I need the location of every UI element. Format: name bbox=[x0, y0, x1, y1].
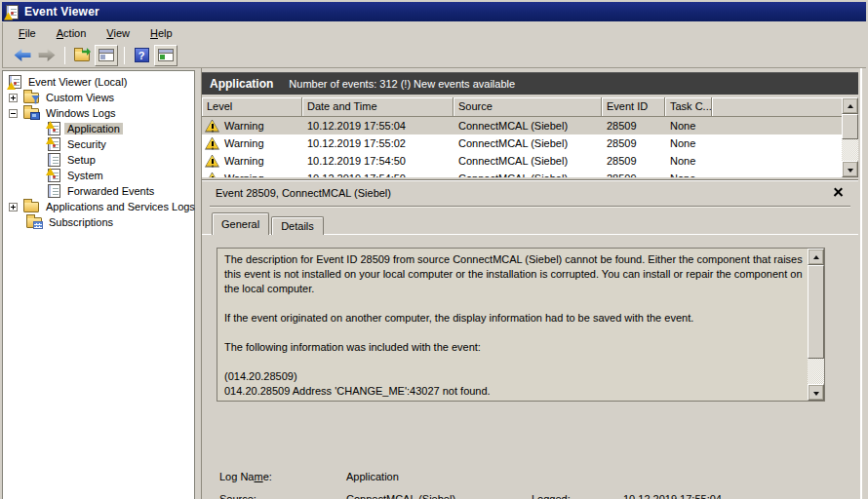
tab-general[interactable]: General bbox=[212, 212, 269, 235]
console-tree-toggle-button[interactable] bbox=[95, 45, 118, 66]
back-arrow-icon bbox=[15, 49, 31, 61]
scroll-up-button[interactable] bbox=[842, 97, 858, 114]
events-pane-header: Application Number of events: 312 (!) Ne… bbox=[202, 72, 858, 95]
event-description-text: The description for Event ID 28509 from … bbox=[218, 250, 805, 399]
menu-action[interactable]: Action bbox=[49, 25, 95, 41]
help-button[interactable] bbox=[130, 45, 153, 66]
system-log-icon bbox=[48, 169, 60, 182]
tree-item-subscriptions[interactable]: Subscriptions bbox=[3, 214, 194, 230]
expand-icon[interactable] bbox=[9, 94, 18, 102]
back-button[interactable] bbox=[11, 45, 34, 66]
tree-item-system[interactable]: System bbox=[3, 168, 194, 183]
general-tab-page: The description for Event ID 28509 from … bbox=[202, 234, 858, 499]
list-scrollbar-thumb[interactable] bbox=[842, 114, 858, 139]
menu-help[interactable]: Help bbox=[142, 25, 180, 41]
field-log-name-label: Log Name: bbox=[219, 471, 346, 482]
tree-item-forwarded-events[interactable]: Forwarded Events bbox=[3, 183, 194, 199]
event-detail-pane: Event 28509, ConnectMCAL (Siebel) Genera… bbox=[202, 179, 858, 499]
tree-item-applications-services-logs[interactable]: Applications and Services Logs bbox=[3, 199, 194, 214]
event-viewer-icon bbox=[9, 75, 21, 89]
event-viewer-window: Event Viewer File Action View Help Event… bbox=[0, 0, 868, 499]
column-header-level[interactable]: Level bbox=[202, 97, 302, 117]
tree-item-setup[interactable]: Setup bbox=[3, 152, 194, 168]
field-log-name-value: Application bbox=[346, 471, 532, 482]
console-tree-panel: Event Viewer (Local) Custom Views Window… bbox=[2, 70, 195, 499]
events-pane: Application Number of events: 312 (!) Ne… bbox=[202, 68, 858, 499]
warning-icon bbox=[205, 173, 219, 178]
event-row-clipped[interactable]: Warning 10.12.2019 17:54:50 ConnectMCAL … bbox=[202, 170, 842, 177]
event-row[interactable]: Warning 10.12.2019 17:54:50 ConnectMCAL … bbox=[202, 152, 842, 170]
column-header-event-id[interactable]: Event ID bbox=[602, 97, 665, 117]
toolbar-separator bbox=[64, 47, 65, 64]
forwarded-events-log-icon bbox=[48, 184, 60, 198]
detail-tabs: General Details bbox=[212, 212, 326, 235]
pane-title: Application bbox=[210, 77, 273, 91]
folder-icon bbox=[74, 51, 90, 61]
action-pane-toggle-button[interactable] bbox=[154, 45, 178, 66]
description-scrollbar-thumb[interactable] bbox=[808, 265, 824, 359]
tree-item-event-viewer-local[interactable]: Event Viewer (Local) bbox=[3, 74, 194, 90]
field-source-label: Source: bbox=[219, 493, 346, 499]
scroll-up-button[interactable] bbox=[808, 249, 824, 265]
expand-icon[interactable] bbox=[9, 203, 18, 211]
event-viewer-app-icon bbox=[6, 5, 19, 19]
tree-splitter[interactable] bbox=[195, 68, 202, 499]
description-scrollbar[interactable] bbox=[808, 249, 824, 401]
warning-icon bbox=[205, 155, 219, 168]
toolbar-separator bbox=[124, 47, 125, 64]
table-header: Level Date and Time Source Event ID Task… bbox=[202, 97, 842, 117]
column-header-task-category[interactable]: Task C... bbox=[665, 97, 712, 117]
windows-logs-folder-icon bbox=[23, 108, 39, 119]
toolbar bbox=[2, 43, 866, 68]
action-pane-window-icon bbox=[158, 49, 174, 61]
forward-button[interactable] bbox=[35, 45, 59, 66]
event-row[interactable]: Warning 10.12.2019 17:55:02 ConnectMCAL … bbox=[202, 134, 842, 152]
setup-log-icon bbox=[48, 153, 60, 167]
console-window-icon bbox=[99, 49, 114, 61]
custom-views-folder-icon bbox=[23, 93, 39, 103]
detail-title: Event 28509, ConnectMCAL (Siebel) bbox=[216, 187, 391, 199]
security-log-icon bbox=[48, 137, 60, 151]
column-header-date-time[interactable]: Date and Time bbox=[302, 97, 454, 117]
tree-item-security[interactable]: Security bbox=[3, 136, 194, 152]
list-scrollbar[interactable] bbox=[842, 97, 858, 177]
detail-separator bbox=[210, 206, 850, 208]
window-title: Event Viewer bbox=[24, 5, 99, 19]
collapse-icon[interactable] bbox=[9, 109, 18, 118]
field-logged-value: 10.12.2019 17:55:04 bbox=[623, 493, 858, 499]
scroll-down-button[interactable] bbox=[842, 161, 858, 177]
field-logged-label: Logged: bbox=[532, 493, 623, 499]
window-titlebar[interactable]: Event Viewer bbox=[2, 2, 866, 21]
event-rows: Warning 10.12.2019 17:55:04 ConnectMCAL … bbox=[202, 117, 842, 177]
tree-item-windows-logs[interactable]: Windows Logs bbox=[3, 105, 194, 121]
menu-view[interactable]: View bbox=[99, 25, 138, 41]
services-logs-folder-icon bbox=[23, 202, 39, 212]
close-icon[interactable] bbox=[832, 186, 845, 199]
menubar: File Action View Help bbox=[2, 22, 866, 43]
event-detail-fields: Log Name: Application Source: ConnectMCA… bbox=[202, 465, 858, 499]
forward-arrow-icon bbox=[39, 49, 56, 61]
tree-item-application[interactable]: Application bbox=[3, 121, 194, 136]
open-folder-button[interactable] bbox=[70, 45, 94, 66]
column-header-filler bbox=[712, 97, 842, 117]
event-row[interactable]: Warning 10.12.2019 17:55:04 ConnectMCAL … bbox=[202, 117, 842, 134]
scroll-down-button[interactable] bbox=[808, 384, 824, 401]
events-table: Level Date and Time Source Event ID Task… bbox=[202, 97, 858, 177]
application-log-icon bbox=[48, 122, 60, 135]
subscriptions-folder-icon bbox=[26, 217, 42, 228]
column-header-source[interactable]: Source bbox=[454, 97, 602, 117]
menu-file[interactable]: File bbox=[11, 25, 44, 41]
pane-subtitle: Number of events: 312 (!) New events ava… bbox=[289, 78, 515, 90]
action-pane-splitter[interactable] bbox=[858, 68, 868, 499]
warning-icon bbox=[205, 137, 219, 150]
tree-item-custom-views[interactable]: Custom Views bbox=[3, 90, 194, 105]
event-description-box[interactable]: The description for Event ID 28509 from … bbox=[217, 248, 825, 402]
help-icon bbox=[135, 48, 149, 62]
warning-icon bbox=[205, 120, 219, 133]
tab-details[interactable]: Details bbox=[271, 216, 324, 235]
field-source-value: ConnectMCAL (Siebel) bbox=[346, 493, 532, 499]
